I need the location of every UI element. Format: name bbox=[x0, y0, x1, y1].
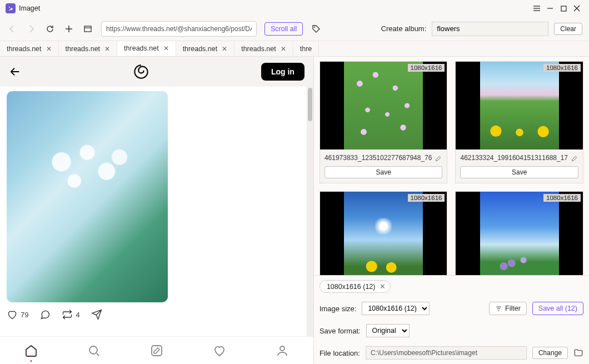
thumb-image[interactable]: 1080x1616 bbox=[320, 192, 447, 275]
svg-point-3 bbox=[314, 27, 315, 28]
tab-1[interactable]: threads.net✕ bbox=[59, 41, 118, 56]
app-title: Imaget bbox=[19, 4, 40, 12]
thumb-card: 1080x1616 bbox=[320, 191, 448, 275]
folder-icon[interactable] bbox=[573, 348, 583, 358]
thumb-filename: 461973833_1235102277687948_76 bbox=[325, 154, 443, 162]
bottom-nav bbox=[0, 336, 313, 364]
toolbar: Scroll all Create album: Clear bbox=[0, 17, 589, 41]
close-button[interactable] bbox=[570, 2, 583, 15]
reload-button[interactable] bbox=[44, 23, 56, 34]
save-button[interactable]: Save bbox=[325, 166, 443, 178]
threads-logo bbox=[133, 64, 149, 79]
thumb-image[interactable]: 1080x1616 bbox=[320, 62, 447, 149]
size-chip: 1080x1616 (12) ✕ bbox=[320, 280, 391, 293]
post-actions: 79 4 bbox=[7, 302, 307, 327]
scrollbar[interactable] bbox=[307, 87, 313, 336]
page-back-button[interactable] bbox=[9, 66, 21, 78]
close-icon[interactable]: ✕ bbox=[281, 45, 286, 53]
svg-rect-5 bbox=[152, 346, 162, 356]
image-size-label: Image size: bbox=[320, 305, 356, 313]
edit-icon[interactable] bbox=[571, 154, 578, 162]
save-format-select[interactable]: Original bbox=[366, 324, 410, 337]
like-button[interactable]: 79 bbox=[7, 309, 28, 320]
scroll-all-button[interactable]: Scroll all bbox=[264, 22, 303, 36]
browser-pane: Log in 79 4 bbox=[0, 57, 313, 364]
app-logo bbox=[6, 3, 16, 13]
tab-2[interactable]: threads.net✕ bbox=[117, 41, 176, 57]
image-size-select[interactable]: 1080x1616 (12) bbox=[362, 302, 430, 315]
tab-0[interactable]: threads.net✕ bbox=[0, 41, 59, 56]
tab-3[interactable]: threads.net✕ bbox=[176, 41, 235, 56]
close-icon[interactable]: ✕ bbox=[104, 45, 110, 53]
hamburger-icon[interactable] bbox=[530, 2, 543, 15]
tab-4[interactable]: threads.net✕ bbox=[234, 41, 293, 56]
file-location-label: File location: bbox=[320, 349, 360, 357]
album-input[interactable] bbox=[432, 22, 548, 36]
titlebar: Imaget bbox=[0, 0, 589, 17]
comment-button[interactable] bbox=[39, 309, 51, 320]
close-icon[interactable]: ✕ bbox=[163, 44, 169, 52]
svg-rect-2 bbox=[84, 26, 91, 32]
page-header: Log in bbox=[0, 57, 313, 87]
back-button[interactable] bbox=[7, 23, 18, 34]
thumb-image[interactable]: 1080x1616 bbox=[456, 62, 583, 149]
thumb-card: 1080x1616 462133324_1991604151311688_17 … bbox=[455, 61, 583, 183]
url-input[interactable] bbox=[101, 21, 257, 37]
album-label: Create album: bbox=[381, 24, 427, 33]
svg-point-4 bbox=[89, 346, 97, 354]
post-image[interactable] bbox=[7, 91, 168, 302]
filter-button[interactable]: Filter bbox=[489, 302, 527, 315]
clear-button[interactable]: Clear bbox=[554, 23, 582, 35]
nav-profile[interactable] bbox=[276, 344, 289, 357]
close-icon[interactable]: ✕ bbox=[222, 45, 227, 53]
dimension-badge: 1080x1616 bbox=[543, 64, 581, 72]
save-format-label: Save format: bbox=[320, 327, 361, 335]
file-location-input[interactable] bbox=[366, 346, 527, 360]
window-icon[interactable] bbox=[82, 23, 93, 34]
login-button[interactable]: Log in bbox=[261, 63, 305, 81]
edit-icon[interactable] bbox=[435, 154, 442, 162]
minimize-button[interactable] bbox=[543, 2, 557, 15]
nav-compose[interactable] bbox=[150, 344, 163, 357]
svg-point-6 bbox=[280, 346, 284, 351]
thumb-filename: 462133324_1991604151311688_17 bbox=[460, 154, 578, 162]
new-tab-button[interactable] bbox=[63, 23, 74, 34]
tabbar: threads.net✕ threads.net✕ threads.net✕ t… bbox=[0, 41, 589, 57]
chip-remove-icon[interactable]: ✕ bbox=[380, 282, 386, 291]
nav-activity[interactable] bbox=[213, 344, 226, 357]
save-all-button[interactable]: Save all (12) bbox=[532, 302, 583, 315]
dimension-badge: 1080x1616 bbox=[408, 194, 445, 202]
tag-icon[interactable] bbox=[311, 23, 322, 34]
tab-5[interactable]: thre bbox=[293, 41, 320, 56]
dimension-badge: 1080x1616 bbox=[408, 64, 445, 72]
svg-point-0 bbox=[9, 7, 10, 8]
svg-rect-1 bbox=[561, 6, 566, 11]
chip-row: 1080x1616 (12) ✕ bbox=[314, 275, 589, 297]
image-panel: 1080x1616 461973833_1235102277687948_76 … bbox=[313, 57, 589, 364]
save-button[interactable]: Save bbox=[460, 166, 578, 178]
close-icon[interactable]: ✕ bbox=[46, 45, 52, 53]
thumb-image[interactable]: 1080x1616 bbox=[456, 192, 583, 275]
forward-button[interactable] bbox=[26, 23, 37, 34]
dimension-badge: 1080x1616 bbox=[543, 194, 581, 202]
nav-search[interactable] bbox=[87, 344, 101, 357]
repost-button[interactable]: 4 bbox=[62, 309, 79, 320]
nav-home[interactable] bbox=[24, 344, 38, 357]
maximize-button[interactable] bbox=[557, 2, 570, 15]
thumb-card: 1080x1616 461973833_1235102277687948_76 … bbox=[320, 61, 448, 183]
share-button[interactable] bbox=[91, 309, 102, 320]
change-button[interactable]: Change bbox=[532, 347, 568, 359]
thumb-card: 1080x1616 bbox=[455, 191, 583, 275]
